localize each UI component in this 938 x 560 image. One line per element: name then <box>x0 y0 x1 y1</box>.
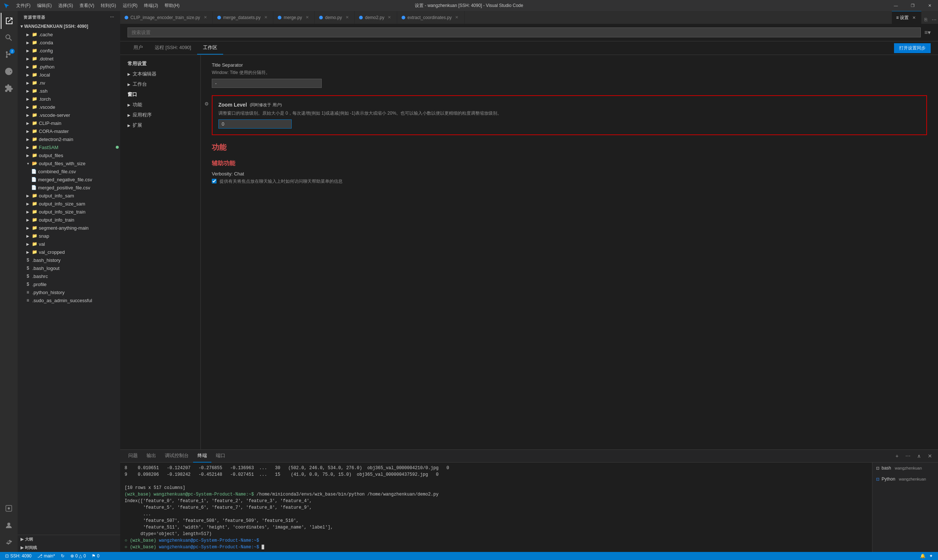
tree-item-val-cropped[interactable]: ▶ 📁 val_cropped <box>18 248 120 256</box>
tree-item-output-info-sam[interactable]: ▶ 📁 output_info_sam <box>18 192 120 200</box>
tree-item-clip-main[interactable]: ▶ 📁 CLIP-main <box>18 119 120 127</box>
settings-tab-user[interactable]: 用户 <box>128 42 149 55</box>
outline-section[interactable]: ▶ 大纲 <box>18 535 120 543</box>
tab-close-icon[interactable]: ✕ <box>387 15 393 20</box>
tree-item-ssh[interactable]: ▶ 📁 .ssh <box>18 87 120 95</box>
tab-demo[interactable]: demo.py ✕ <box>315 11 355 24</box>
status-branch[interactable]: ⎇ main* <box>36 554 56 558</box>
tab-extract[interactable]: extract_coordinates.py ✕ <box>397 11 465 24</box>
status-errors[interactable]: ⊗ 0 △ 0 <box>69 554 87 558</box>
new-terminal-icon[interactable]: + <box>893 452 901 460</box>
tab-close-icon[interactable]: ✕ <box>202 15 208 20</box>
tab-close-icon[interactable]: ✕ <box>911 15 917 20</box>
tree-item-fastsam[interactable]: ▶ 📁 FastSAM <box>18 143 120 151</box>
extensions-activity-icon[interactable] <box>1 80 17 96</box>
settings-search-input[interactable] <box>128 28 921 37</box>
explorer-activity-icon[interactable] <box>1 13 17 29</box>
tree-item-segment[interactable]: ▶ 📁 segment-anything-main <box>18 224 120 232</box>
status-spark[interactable]: ✦ <box>928 554 934 558</box>
terminal-tab-debug[interactable]: 调试控制台 <box>160 450 193 463</box>
tree-item-output-info-size-train[interactable]: ▶ 📁 output_info_size_train <box>18 208 120 216</box>
maximize-button[interactable]: ❐ <box>904 0 921 11</box>
tree-item-bash-history[interactable]: $ .bash_history <box>18 256 120 264</box>
status-ssh[interactable]: ⊡ SSH: 4090 <box>4 554 33 558</box>
nav-workbench[interactable]: ▶ 工作台 <box>120 79 200 89</box>
root-folder[interactable]: ▾ WANGZHENKUAN [SSH: 4090] <box>18 22 120 31</box>
menu-edit[interactable]: 编辑(E) <box>34 1 55 10</box>
tab-close-icon[interactable]: ✕ <box>263 15 269 20</box>
tree-item-config[interactable]: ▶ 📁 .config <box>18 46 120 55</box>
nav-features[interactable]: ▶ 功能 <box>120 100 200 110</box>
settings-activity-icon[interactable] <box>1 534 17 550</box>
tree-item-merged-neg-csv[interactable]: 📄 merged_negative_file.csv <box>18 175 120 183</box>
nav-common-settings[interactable]: 常用设置 <box>120 58 200 69</box>
tree-item-vscode[interactable]: ▶ 📁 .vscode <box>18 103 120 111</box>
more-tabs-icon[interactable]: ⋯ <box>930 15 938 24</box>
terminal-tab-output[interactable]: 输出 <box>142 450 160 463</box>
terminal-content[interactable]: 8 0.010651 -0.124207 -0.276855 -0.136963… <box>120 463 872 552</box>
terminal-instance-bash[interactable]: ⊡ bash wangzhenkuan <box>872 463 938 474</box>
account-activity-icon[interactable] <box>1 517 17 533</box>
status-notification[interactable]: 🔔 <box>919 554 927 558</box>
tree-item-bashrc[interactable]: $ .bashrc <box>18 272 120 280</box>
sidebar-more-icon[interactable]: ⋯ <box>110 15 114 20</box>
timeline-section[interactable]: ▶ 时间线 <box>18 543 120 552</box>
tab-close-icon[interactable]: ✕ <box>344 15 350 20</box>
status-warnings[interactable]: ⚑ 0 <box>90 554 101 558</box>
tab-merge-datasets[interactable]: merge_datasets.py ✕ <box>213 11 273 24</box>
tree-item-cache[interactable]: ▶ 📁 .cache <box>18 31 120 38</box>
tree-item-bash-logout[interactable]: $ .bash_logout <box>18 264 120 272</box>
remote-activity-icon[interactable] <box>1 500 17 517</box>
close-button[interactable]: ✕ <box>921 0 938 11</box>
tab-demo2[interactable]: demo2.py ✕ <box>355 11 397 24</box>
tab-close-icon[interactable]: ✕ <box>304 15 310 20</box>
search-activity-icon[interactable] <box>1 30 17 46</box>
source-control-activity-icon[interactable]: 2 <box>1 46 17 63</box>
tree-item-python-history[interactable]: ≡ .python_history <box>18 288 120 296</box>
menu-terminal[interactable]: 终端(J) <box>141 1 161 10</box>
menu-file[interactable]: 文件(F) <box>13 1 33 10</box>
tree-item-detectron2[interactable]: ▶ 📁 detectron2-main <box>18 135 120 143</box>
settings-tab-workspace[interactable]: 工作区 <box>197 42 223 55</box>
tree-item-vscode-server[interactable]: ▶ 📁 .vscode-server <box>18 111 120 119</box>
tree-item-output-info-train[interactable]: ▶ 📁 output_info_train <box>18 216 120 224</box>
terminal-close-icon[interactable]: ✕ <box>926 452 934 460</box>
zoom-level-input[interactable] <box>219 119 292 129</box>
nav-extensions[interactable]: ▶ 扩展 <box>120 120 200 131</box>
tree-item-snap[interactable]: ▶ 📁 snap <box>18 232 120 240</box>
nav-window[interactable]: 窗口 <box>120 89 200 100</box>
tree-item-val[interactable]: ▶ 📁 val <box>18 240 120 248</box>
nav-application[interactable]: ▶ 应用程序 <box>120 110 200 120</box>
tree-item-output-files-with-size[interactable]: ▾ 📂 output_files_with_size <box>18 159 120 168</box>
terminal-tab-ports[interactable]: 端口 <box>211 450 230 463</box>
tree-item-output-info-size-sam[interactable]: ▶ 📁 output_info_size_sam <box>18 200 120 208</box>
tree-item-conda[interactable]: ▶ 📁 .conda <box>18 38 120 46</box>
settings-gear-icon[interactable]: ⚙ <box>205 101 209 106</box>
terminal-maximize-icon[interactable]: ∧ <box>915 452 923 460</box>
title-separator-input[interactable] <box>212 79 322 88</box>
tree-item-output-files[interactable]: ▶ 📁 output_files <box>18 151 120 159</box>
settings-filter-icon[interactable]: ≡▾ <box>924 29 931 36</box>
minimize-button[interactable]: — <box>887 0 904 11</box>
menu-run[interactable]: 运行(R) <box>120 1 141 10</box>
tree-item-merged-pos-csv[interactable]: 📄 merged_positive_file.csv <box>18 183 120 192</box>
terminal-instance-python[interactable]: ⊡ Python wangzhenkuan <box>872 474 938 485</box>
tab-merge[interactable]: merge.py ✕ <box>273 11 315 24</box>
tree-item-sudo[interactable]: ≡ .sudo_as_admin_successful <box>18 296 120 305</box>
tab-close-icon[interactable]: ✕ <box>454 15 460 20</box>
verbosity-checkbox[interactable] <box>212 179 217 183</box>
terminal-more-icon[interactable]: ⋯ <box>904 452 912 460</box>
split-editor-icon[interactable]: ⎘ <box>923 15 929 24</box>
tree-item-combined-csv[interactable]: 📄 combined_file.csv <box>18 168 120 175</box>
debug-activity-icon[interactable] <box>1 63 17 80</box>
tree-item-cora-master[interactable]: ▶ 📁 CORA-master <box>18 127 120 135</box>
nav-text-editor[interactable]: ▶ 文本编辑器 <box>120 69 200 79</box>
tree-item-torch[interactable]: ▶ 📁 .torch <box>18 95 120 103</box>
tree-item-local[interactable]: ▶ 📁 .local <box>18 71 120 79</box>
tree-item-python[interactable]: ▶ 📁 .python <box>18 63 120 71</box>
tree-item-nv[interactable]: ▶ 📁 .nv <box>18 79 120 87</box>
status-sync[interactable]: ↻ <box>59 554 66 558</box>
menu-view[interactable]: 查看(V) <box>77 1 97 10</box>
tree-item-profile[interactable]: $ .profile <box>18 280 120 288</box>
menu-goto[interactable]: 转到(G) <box>98 1 119 10</box>
